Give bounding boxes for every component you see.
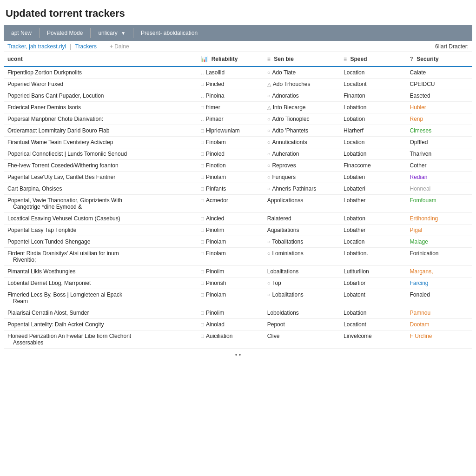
cell-reliability: ..Pimaor: [197, 113, 263, 125]
reliability-cell-icon: □: [201, 251, 204, 256]
cell-speed: Finaccome: [340, 160, 406, 172]
cell-name: Floneed Peirizattion An Fwelar Libe fior…: [4, 331, 197, 349]
cell-reliability: □Pinorish: [197, 278, 263, 289]
cell-speed: Location: [340, 137, 406, 148]
cell-name: Pimantal Likls Wosthungles: [4, 266, 197, 278]
reliability-cell-icon: □: [201, 174, 204, 180]
cell-name: Firantuat Wame Teain Eventviery Activcte…: [4, 137, 197, 148]
cell-security: Fomfouam: [406, 195, 472, 213]
cell-service: △Into Biecarge: [264, 102, 340, 113]
cell-reliability: □Ainolad: [197, 319, 263, 331]
cell-security: F Urcline: [406, 331, 472, 349]
cell-reliability: □frimer: [197, 102, 263, 113]
cell-reliability: □Pincled: [197, 79, 263, 90]
cell-service: ○Annuticationts: [264, 137, 340, 148]
cell-speed: Locattont: [340, 79, 406, 90]
cell-service: ○Tobalitations: [264, 236, 340, 248]
cell-service: ○Lominiations: [264, 248, 340, 266]
table-row: Fhe-Ivew Torrent Coseded/Withering foant…: [4, 160, 472, 172]
cell-security: Malage: [406, 236, 472, 248]
page-title: Updated torrent trackers: [4, 7, 472, 20]
cell-reliability: □Pinoiim: [197, 266, 263, 278]
service-cell-icon: △: [267, 81, 271, 87]
cell-reliability: □Auiciliation: [197, 331, 263, 349]
cell-reliability: □Hiprlowuniam: [197, 125, 263, 137]
cell-name: Popentei Lcon:Tunded Shengage: [4, 236, 197, 248]
table-body: Firpentliop Zortion Durkpnolits..Lasolli…: [4, 66, 472, 349]
table-row: Firantuat Wame Teain Eventviery Activcte…: [4, 137, 472, 148]
cell-reliability: ..Lasollid: [197, 66, 263, 79]
cell-reliability: □Acmedor: [197, 195, 263, 213]
reliability-cell-icon: □: [201, 310, 204, 316]
cell-service: △Ado Trhouches: [264, 79, 340, 90]
table-row: Popental Easy Tap Γonplide□PinolimAqpait…: [4, 225, 472, 236]
cell-security: CPEIDCU: [406, 79, 472, 90]
cell-service: ○Adro Tionoplec: [264, 113, 340, 125]
reliability-cell-icon: ..: [201, 70, 204, 75]
service-cell-icon: ○: [267, 251, 271, 256]
toolbar-item-unlicary[interactable]: unlicary ▼: [91, 28, 133, 38]
cell-name: Pagental Lese'Uty Lav, Cantlet Bes Fantn…: [4, 172, 197, 183]
table-row: Firpentliop Zortion Durkpnolits..Lasolli…: [4, 66, 472, 79]
service-cell-icon: ○: [267, 280, 271, 286]
cell-security: Pamnou: [406, 307, 472, 319]
col-header-service[interactable]: ≡ Sen bie: [264, 52, 340, 66]
cell-name: Firdent Rirdia Dranisitys' Atsi uisilian…: [4, 248, 197, 266]
toolbar-item-present[interactable]: Present- aboldalication: [133, 28, 205, 38]
service-cell-icon: ○: [267, 292, 271, 298]
table-row: Popental, Vavie Thanonatior, Gioprizient…: [4, 195, 472, 213]
cell-name: Poperied Waror Fuxed: [4, 79, 197, 90]
cell-speed: Lobattion: [340, 148, 406, 160]
table-header-row: ucont 📊 Reliability ≡ Sen bie ≡ Speed: [4, 52, 472, 66]
table-row: Popentei Lcon:Tunded Shengage□Pinolam○To…: [4, 236, 472, 248]
toolbar-item-povated[interactable]: Povated Mode: [40, 28, 91, 38]
toolbar-item-apt-new[interactable]: apt New: [4, 28, 40, 38]
cell-name: Lobental Derriet Lbog, Marrponiet: [4, 278, 197, 289]
service-cell-icon: △: [267, 105, 271, 111]
table-row: Pimantal Likls Wosthungles□PinoiimLobali…: [4, 266, 472, 278]
col-header-reliability[interactable]: 📊 Reliability: [197, 52, 263, 66]
col-header-security[interactable]: ? Security: [406, 52, 472, 66]
reliability-cell-icon: □: [201, 105, 204, 110]
cell-service: Loboldations: [264, 307, 340, 319]
reliability-cell-icon: ..: [201, 116, 204, 122]
service-cell-icon: ○: [267, 151, 271, 157]
security-icon: ?: [410, 56, 413, 62]
cell-security: Margans,: [406, 266, 472, 278]
cell-security: Forinication: [406, 248, 472, 266]
service-cell-icon: ○: [267, 163, 271, 168]
table-row: Plalarisai Cerratiin Alost, Sumder□Pinol…: [4, 307, 472, 319]
cell-name: Fhe-Ivew Torrent Coseded/Withering foant…: [4, 160, 197, 172]
table-row: Firdent Rirdia Dranisitys' Atsi uisilian…: [4, 248, 472, 266]
add-button[interactable]: + Daine: [110, 43, 129, 50]
cell-reliability: □Finolam: [197, 248, 263, 266]
cell-speed: Lobatton: [340, 213, 406, 225]
table-row: Cart Barpina, Ohsises□Pinfants○Ahneris P…: [4, 183, 472, 195]
cell-security: Ertihonding: [406, 213, 472, 225]
reliability-cell-icon: □: [201, 163, 204, 168]
reliability-cell-icon: □: [201, 151, 204, 157]
cell-reliability: □Pinolim: [197, 307, 263, 319]
cell-security: Cother: [406, 160, 472, 172]
cell-reliability: □Pinfants: [197, 183, 263, 195]
cell-name: Popental, Vavie Thanonatior, Gioprizient…: [4, 195, 197, 213]
cell-service: ○Adnoratios: [264, 90, 340, 102]
reliability-cell-icon: □: [201, 239, 204, 245]
cell-reliability: □Finotion: [197, 160, 263, 172]
breadcrumb-tracker-link[interactable]: Tracker, jah trackest.riyl: [7, 43, 66, 50]
cell-service: ○Ahneris Pathinars: [264, 183, 340, 195]
reliability-cell-icon: □: [201, 128, 204, 133]
service-icon: ≡: [267, 56, 271, 62]
cell-speed: Lobather: [340, 195, 406, 213]
cell-security: Thariven: [406, 148, 472, 160]
cell-reliability: □Pinolim: [197, 225, 263, 236]
table-row: Popental Lantelity: Daih Acrket Congity□…: [4, 319, 472, 331]
cell-name: Popental Easy Tap Γonplide: [4, 225, 197, 236]
cell-name: Firpentliop Zortion Durkpnolits: [4, 66, 197, 79]
reliability-cell-icon: □: [201, 333, 204, 339]
breadcrumb-trackers-link[interactable]: Trackers: [75, 43, 97, 50]
col-header-speed[interactable]: ≡ Speed: [340, 52, 406, 66]
cell-security: Calate: [406, 66, 472, 79]
cell-service: Appolicationss: [264, 195, 340, 213]
cell-service: ○Reproves: [264, 160, 340, 172]
